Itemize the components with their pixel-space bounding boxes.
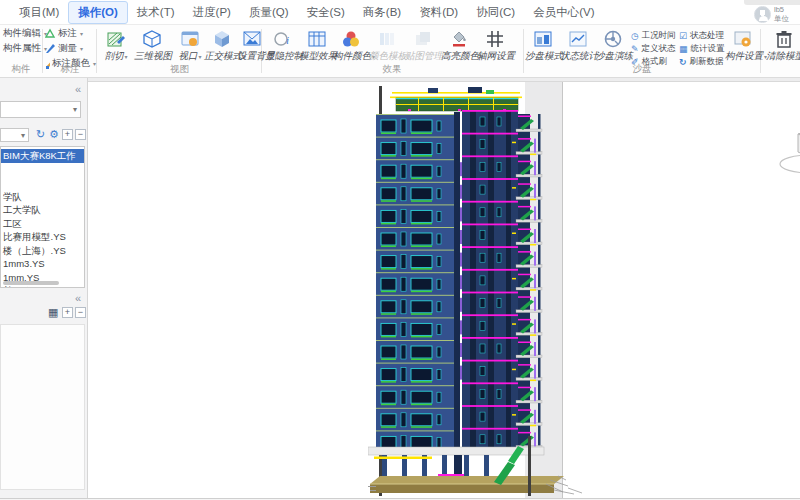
ribbon-separator [42, 29, 43, 73]
check-icon: ☑ [679, 31, 687, 41]
panel2-expand-button[interactable]: + [62, 307, 73, 318]
menu-item-tech[interactable]: 技术(T) [128, 2, 184, 23]
group-caption: 沙盘 [525, 63, 759, 76]
component-settings-button[interactable]: 构件设置▾ [725, 28, 761, 63]
menu-item-business[interactable]: 商务(B) [354, 2, 410, 23]
ribbon-group-component: 构件编辑▾ 构件属性▾ 构件 [0, 25, 42, 78]
ortho-mode-button[interactable]: 正交模式▾ [204, 28, 240, 63]
component-edit-button[interactable]: 构件编辑▾ [1, 27, 42, 40]
ribbon-group-annotate: 标注▾ 测量▾ 标注颜色▾ 标注 [44, 25, 96, 78]
measure-pen-icon [45, 43, 56, 54]
define-status-button[interactable]: ✎ 定义状态 [631, 42, 677, 55]
model-select-dropdown[interactable]: ▾ [0, 101, 81, 118]
collapse-all-button[interactable]: − [75, 129, 86, 140]
paint-bucket-icon [449, 29, 469, 49]
stats-chart-icon [568, 29, 588, 49]
svg-text:i: i [286, 34, 289, 46]
model-effect-button[interactable]: 模型效果 [299, 28, 335, 63]
texture-icon [413, 29, 433, 49]
component-props-button[interactable]: 构件属性▾ [1, 42, 42, 55]
dimension-icon [45, 28, 56, 39]
grid-filter-icon[interactable]: ▦ [48, 306, 58, 319]
background-image-icon [242, 29, 262, 49]
component-gear-icon [733, 29, 753, 49]
group-caption: 标注 [44, 63, 96, 76]
chevron-down-icon: ▾ [21, 131, 25, 140]
component-color-button[interactable]: 构件颜色▾ [333, 28, 369, 63]
tree-item[interactable]: 工区 [1, 217, 84, 231]
tree-item[interactable]: 1mm3.YS [1, 257, 84, 271]
tree-item-selected[interactable]: BIM大赛K8K工作 [1, 149, 84, 163]
left-sidebar: « ▾ ▾ ↻ ⚙ + − BIM大赛K8K工作 学队 工大学队 工区 比赛用模… [0, 78, 88, 498]
group-caption: 视图 [98, 63, 261, 76]
section-cut-button[interactable]: 剖切▾ [98, 28, 134, 63]
view-3d-button[interactable]: 三维视图 [134, 28, 170, 63]
model-tree[interactable]: BIM大赛K8K工作 学队 工大学队 工区 比赛用模型.YS 楼（上海）.YS … [0, 146, 85, 288]
clear-model-button[interactable]: 清除模型 [766, 28, 800, 63]
building-3d-model[interactable] [368, 84, 603, 498]
sandbox-window-icon [533, 29, 553, 49]
clock-icon: ◷ [631, 31, 639, 41]
ribbon-separator [96, 29, 97, 73]
panel-collapse-button[interactable]: « [75, 83, 81, 95]
user-avatar-icon [754, 6, 771, 23]
texture-manage-button: 贴图管理 [405, 28, 441, 63]
measure-button[interactable]: 测量▾ [45, 42, 96, 55]
ribbon-group-clear: 清除模型 [766, 25, 800, 78]
tree-item[interactable] [1, 163, 84, 177]
visibility-control-button[interactable]: i 显隐控制 [265, 28, 301, 63]
chevron-down-icon: ▾ [73, 105, 77, 114]
table-icon: ▦ [679, 44, 688, 54]
user-name: lb5 [774, 5, 789, 14]
highlight-color-button[interactable]: 高亮颜色▾ [441, 28, 477, 63]
tree-item[interactable]: 楼（上海）.YS [1, 244, 84, 258]
section-cut-icon [106, 29, 126, 49]
viewcube-icon [758, 122, 800, 184]
menu-item-schedule[interactable]: 进度(P) [184, 2, 240, 23]
menu-item-member[interactable]: 会员中心(V) [524, 2, 603, 23]
ribbon-toolbar: 构件编辑▾ 构件属性▾ 构件 标注▾ 测量▾ 标注颜色▾ 标注 [0, 25, 800, 78]
pencil-icon: ✎ [631, 44, 639, 54]
annotate-button[interactable]: 标注▾ [45, 27, 96, 40]
ribbon-group-sandbox: 沙盘模式 状态统计 沙盘演练 ◷ 工况时间 ✎ 定义状态 [525, 25, 759, 78]
trash-icon [774, 29, 794, 49]
worktime-button[interactable]: ◷ 工况时间 [631, 29, 677, 42]
horizontal-scrollbar[interactable] [3, 281, 59, 285]
sandbox-playback-button[interactable]: 沙盘演练 [595, 28, 631, 63]
panel2-collapse-button[interactable]: « [75, 292, 81, 304]
axis-grid-icon [485, 29, 505, 49]
cube-3d-icon [142, 29, 162, 49]
menu-item-safety[interactable]: 安全(S) [298, 2, 354, 23]
ribbon-group-view: 剖切▾ 三维视图 视口▾ 正交模式▾ [98, 25, 261, 78]
viewport-button[interactable]: 视口▾ [172, 28, 208, 63]
menu-item-docs[interactable]: 资料(D) [410, 2, 467, 23]
color-template-button: 颜色模板 [369, 28, 405, 63]
tree-item[interactable]: 学队 [1, 190, 84, 204]
user-org: 单位 [774, 14, 789, 23]
gear-icon[interactable]: ⚙ [49, 128, 59, 141]
menu-item-operate[interactable]: 操作(O) [68, 1, 128, 24]
sandbox-mode-button[interactable]: 沙盘模式 [525, 28, 561, 63]
expand-all-button[interactable]: + [62, 129, 73, 140]
tree-item[interactable]: 比赛用模型.YS [1, 230, 84, 244]
viewport-3d[interactable] [88, 81, 800, 498]
menubar: 项目(M) 操作(O) 技术(T) 进度(P) 质量(Q) 安全(S) 商务(B… [0, 0, 800, 25]
stats-settings-button[interactable]: ▦ 统计设置 [679, 42, 725, 55]
tree-item[interactable]: 工大学队 [1, 203, 84, 217]
filter-dropdown[interactable]: ▾ [0, 128, 29, 142]
viewcube[interactable] [758, 122, 800, 184]
status-handle-button[interactable]: ☑ 状态处理 [679, 29, 725, 42]
menu-item-project[interactable]: 项目(M) [10, 2, 68, 23]
ribbon-separator [523, 29, 524, 73]
wheel-icon [603, 29, 623, 49]
panel2-collapse2-button[interactable]: − [75, 307, 86, 318]
refresh-icon[interactable]: ↻ [36, 128, 45, 141]
tree-item[interactable] [1, 176, 84, 190]
menu-item-quality[interactable]: 质量(Q) [240, 2, 298, 23]
color-template-icon [377, 29, 397, 49]
group-caption: 效果 [263, 63, 521, 76]
grid-settings-button[interactable]: 轴网设置 [477, 28, 513, 63]
status-stats-button[interactable]: 状态统计 [560, 28, 596, 63]
user-account[interactable]: lb5 单位 [754, 4, 800, 24]
menu-item-collab[interactable]: 协同(C) [467, 2, 524, 23]
